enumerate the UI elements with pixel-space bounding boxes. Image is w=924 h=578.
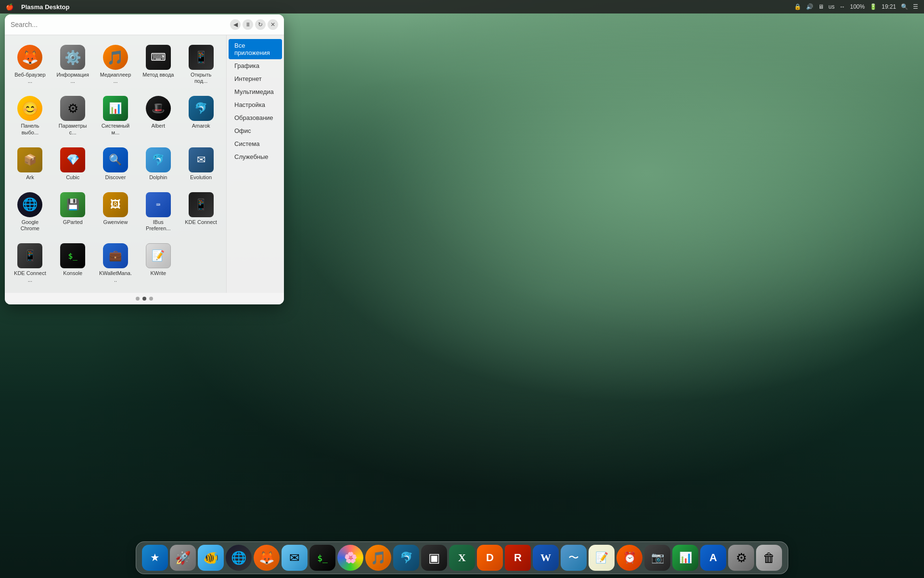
app-item-panel[interactable]: 😊 Панель выбо...: [11, 92, 50, 139]
search-icon[interactable]: 🔍: [901, 3, 908, 10]
dock-plasma[interactable]: ★: [142, 545, 168, 571]
zoom-level: 100%: [850, 3, 865, 10]
kdeconn-icon: 📱: [189, 192, 214, 217]
cat-graphics[interactable]: Графика: [229, 59, 282, 72]
nav-pause[interactable]: ⏸: [243, 19, 253, 30]
kdeconn2-icon: 📱: [17, 243, 42, 268]
app-item-ark[interactable]: 📦 Ark: [11, 144, 50, 184]
kwallet-icon: 💼: [103, 243, 128, 268]
app-item-gparted[interactable]: 💾 GParted: [53, 188, 92, 236]
page-dot-3[interactable]: [149, 297, 153, 301]
cubic-icon: 💎: [60, 147, 85, 172]
dock-clock[interactable]: ⏰: [616, 545, 642, 571]
pagination: [5, 293, 284, 304]
app-item-kwallet[interactable]: 💼 KWalletMana...: [96, 239, 135, 287]
app-label-panel: Панель выбо...: [13, 123, 47, 135]
discover-icon: 🔍: [103, 147, 128, 172]
app-item-openurl[interactable]: 📱 Открыть под...: [181, 41, 220, 88]
dock-system-settings[interactable]: ⚙: [728, 545, 754, 571]
app-item-ibus-pref[interactable]: ⌨ IBus Preferen...: [139, 188, 178, 236]
app-label-evolution: Evolution: [190, 174, 212, 181]
firefox-icon: 🦊: [17, 45, 42, 70]
app-item-cubic[interactable]: 💎 Cubic: [53, 144, 92, 184]
dock-trash[interactable]: 🗑: [756, 545, 782, 571]
page-dot-2[interactable]: [142, 297, 146, 301]
app-label-albert: Albert: [151, 123, 165, 129]
nav-prev[interactable]: ◀: [230, 19, 241, 30]
dock-launchpad[interactable]: 🚀: [170, 545, 196, 571]
app-item-sysmon[interactable]: 📊 Системный м...: [96, 92, 135, 139]
gwenview-icon: 🖼: [103, 192, 128, 217]
app-item-kdeconn2[interactable]: 📱 KDE Connect ...: [11, 239, 50, 287]
dock-dasher[interactable]: D: [477, 545, 503, 571]
dock-chrome[interactable]: 🌐: [226, 545, 252, 571]
sysinfo-icon: ⚙️: [60, 45, 85, 70]
dock-mail[interactable]: ✉: [282, 545, 308, 571]
dock-task-manager[interactable]: ▣: [421, 545, 447, 571]
app-item-gwenview[interactable]: 🖼 Gwenview: [96, 188, 135, 236]
app-title: Plasma Desktop: [21, 3, 69, 11]
konsole-icon: $_: [60, 243, 85, 268]
cat-education[interactable]: Образование: [229, 111, 282, 124]
app-label-gparted: GParted: [63, 219, 83, 225]
app-item-sysinfo[interactable]: ⚙️ Информация ...: [53, 41, 92, 88]
app-item-chrome[interactable]: 🌐 Google Chrome: [11, 188, 50, 236]
app-item-albert[interactable]: 🎩 Albert: [139, 92, 178, 139]
keyboard-lang[interactable]: us: [829, 3, 835, 10]
dock-excel[interactable]: X: [449, 545, 475, 571]
dolphin-icon: 🐬: [146, 147, 171, 172]
dock-firefox[interactable]: 🦊: [254, 545, 280, 571]
app-item-firefox[interactable]: 🦊 Веб-браузер ...: [11, 41, 50, 88]
dock-redis[interactable]: R: [505, 545, 531, 571]
nav-refresh[interactable]: ↻: [255, 19, 266, 30]
menu-icon[interactable]: ☰: [913, 3, 918, 10]
app-item-evolution[interactable]: ✉ Evolution: [181, 144, 220, 184]
display-icon: 🖥: [818, 3, 824, 10]
app-item-ibus[interactable]: ⌨ Метод ввода: [139, 41, 178, 88]
dock-screenshot[interactable]: 📷: [644, 545, 670, 571]
dock-app-store[interactable]: A: [700, 545, 726, 571]
evolution-icon: ✉: [189, 147, 214, 172]
cat-all[interactable]: Все приложения: [229, 39, 282, 59]
dock-word[interactable]: W: [533, 545, 559, 571]
app-label-amarok: Amarok: [192, 123, 210, 129]
dock-scroll[interactable]: 〜: [561, 545, 587, 571]
dock-finder[interactable]: 🐠: [198, 545, 224, 571]
cat-settings[interactable]: Настройка: [229, 98, 282, 111]
app-item-kdeconn[interactable]: 📱 KDE Connect: [181, 188, 220, 236]
dock-vlc[interactable]: 🎵: [365, 545, 391, 571]
dock-notes[interactable]: 📝: [589, 545, 615, 571]
cat-multimedia[interactable]: Мультимедиа: [229, 85, 282, 98]
app-item-konsole[interactable]: $_ Konsole: [53, 239, 92, 287]
cat-internet[interactable]: Интернет: [229, 72, 282, 85]
page-dot-1[interactable]: [136, 297, 140, 301]
menubar: 🍎 Plasma Desktop 🔒 🔊 🖥 us ↔ 100% 🔋 19:21…: [0, 0, 924, 13]
cat-system[interactable]: Система: [229, 137, 282, 150]
cat-office[interactable]: Офис: [229, 124, 282, 137]
panel-icon: 😊: [17, 96, 42, 121]
app-item-discover[interactable]: 🔍 Discover: [96, 144, 135, 184]
app-item-dolphin[interactable]: 🐬 Dolphin: [139, 144, 178, 184]
ark-icon: 📦: [17, 147, 42, 172]
app-label-dolphin: Dolphin: [149, 174, 167, 181]
app-label-vlc: Медиаплеер ...: [99, 72, 132, 84]
app-label-kwallet: KWalletMana...: [99, 270, 132, 283]
dock-system-monitor[interactable]: 📊: [672, 545, 698, 571]
launcher-header: ◀ ⏸ ↻ ✕: [5, 14, 284, 35]
kwrite-icon: 📝: [146, 243, 171, 268]
cat-utilities[interactable]: Служебные: [229, 150, 282, 163]
battery-icon: 🔋: [870, 3, 877, 10]
app-item-amarok[interactable]: 🐬 Amarok: [181, 92, 220, 139]
app-item-kwrite[interactable]: 📝 KWrite: [139, 239, 178, 287]
app-item-params[interactable]: ⚙ Параметры с...: [53, 92, 92, 139]
nav-close[interactable]: ✕: [268, 19, 278, 30]
app-item-vlc[interactable]: 🎵 Медиаплеер ...: [96, 41, 135, 88]
search-input[interactable]: [11, 21, 226, 28]
volume-icon[interactable]: 🔊: [806, 3, 813, 10]
dock-terminal[interactable]: $_: [309, 545, 335, 571]
app-label-ark: Ark: [26, 174, 34, 181]
dock-amarok[interactable]: 🐬: [393, 545, 419, 571]
apple-icon[interactable]: 🍎: [6, 3, 13, 11]
category-sidebar: Все приложения Графика Интернет Мультиме…: [226, 35, 284, 293]
dock-photos[interactable]: 🌸: [337, 545, 363, 571]
